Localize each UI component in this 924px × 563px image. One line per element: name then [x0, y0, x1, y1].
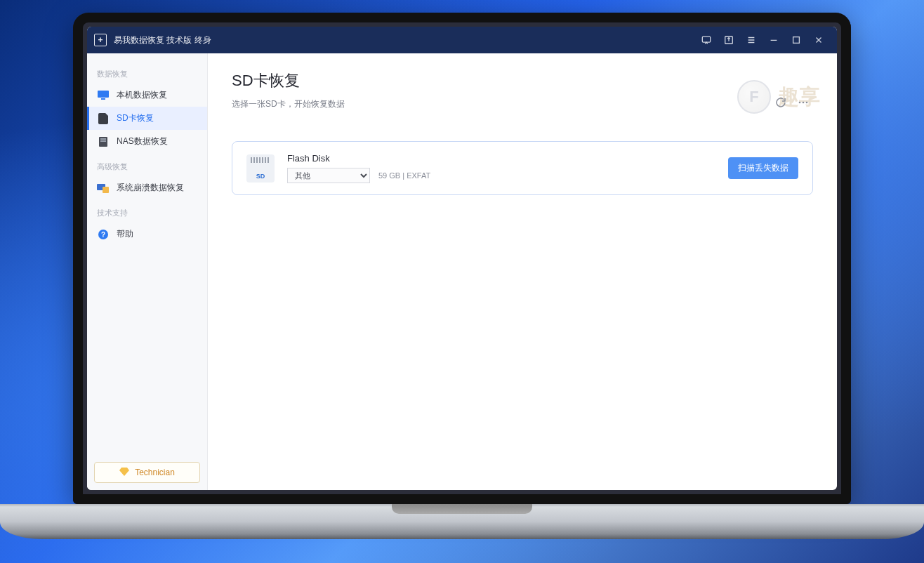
laptop-base — [0, 504, 924, 539]
svg-point-13 — [803, 102, 805, 104]
maximize-button[interactable] — [785, 29, 807, 51]
svg-rect-9 — [103, 187, 109, 193]
sidebar-item-label: 系统崩溃数据恢复 — [117, 182, 184, 194]
laptop-frame: + 易我数据恢复 技术版 终身 — [73, 13, 851, 539]
close-button[interactable] — [807, 29, 830, 51]
minimize-button[interactable] — [763, 29, 785, 51]
monitor-icon — [97, 90, 110, 101]
sidebar-item-crash-recovery[interactable]: 系统崩溃数据恢复 — [87, 176, 207, 199]
sidebar-item-sd-recovery[interactable]: SD卡恢复 — [87, 107, 207, 130]
sidebar-item-local-recovery[interactable]: 本机数据恢复 — [87, 84, 207, 107]
device-card: SD Flash Disk 其他 59 GB | EXFAT 扫描丢失数据 — [232, 141, 813, 195]
device-name: Flash Disk — [287, 153, 715, 164]
sidebar-item-nas-recovery[interactable]: NAS数据恢复 — [87, 130, 207, 153]
main-content: F 趣享 SD卡恢复 选择一张SD卡，开始恢复数据 — [208, 53, 837, 490]
device-type-select[interactable]: 其他 — [287, 168, 370, 183]
sd-device-icon: SD — [246, 154, 275, 183]
sidebar-item-label: NAS数据恢复 — [117, 135, 168, 147]
svg-rect-7 — [100, 140, 106, 142]
svg-rect-3 — [98, 91, 109, 98]
sidebar-item-label: 帮助 — [117, 228, 133, 240]
sidebar: 数据恢复 本机数据恢复 SD卡恢复 — [87, 53, 208, 490]
sd-card-icon — [97, 113, 110, 124]
page-subtitle: 选择一张SD卡，开始恢复数据 — [232, 98, 813, 110]
diamond-icon — [119, 468, 129, 478]
svg-rect-4 — [101, 98, 105, 100]
sidebar-section-support: 技术支持 — [87, 199, 207, 223]
sidebar-section-advanced: 高级恢复 — [87, 153, 207, 176]
page-title: SD卡恢复 — [232, 70, 813, 91]
feedback-icon[interactable] — [695, 29, 718, 51]
nas-icon — [97, 136, 110, 147]
svg-point-14 — [806, 102, 808, 104]
sidebar-item-help[interactable]: ? 帮助 — [87, 223, 207, 246]
app-window: + 易我数据恢复 技术版 终身 — [87, 27, 837, 490]
technician-badge[interactable]: Technician — [94, 462, 200, 483]
sidebar-section-data-recovery: 数据恢复 — [87, 60, 207, 84]
titlebar: + 易我数据恢复 技术版 终身 — [87, 27, 837, 53]
crash-icon — [97, 183, 110, 194]
device-meta: 59 GB | EXFAT — [378, 171, 430, 180]
technician-label: Technician — [135, 468, 175, 477]
laptop-screen: + 易我数据恢复 技术版 终身 — [73, 13, 851, 504]
sidebar-item-label: SD卡恢复 — [117, 112, 154, 124]
share-icon[interactable] — [718, 29, 740, 51]
laptop-notch — [392, 504, 532, 514]
svg-rect-6 — [100, 138, 106, 140]
svg-rect-0 — [702, 37, 710, 42]
menu-icon[interactable] — [740, 29, 763, 51]
svg-text:?: ? — [101, 231, 105, 239]
app-title: 易我数据恢复 技术版 终身 — [114, 34, 211, 46]
refresh-icon[interactable] — [775, 97, 786, 110]
svg-point-12 — [799, 102, 801, 104]
more-icon[interactable] — [798, 97, 809, 110]
scan-button[interactable]: 扫描丢失数据 — [728, 157, 798, 179]
help-icon: ? — [97, 229, 110, 240]
app-logo-icon: + — [94, 34, 107, 46]
sidebar-item-label: 本机数据恢复 — [117, 89, 167, 101]
svg-rect-2 — [793, 37, 800, 44]
